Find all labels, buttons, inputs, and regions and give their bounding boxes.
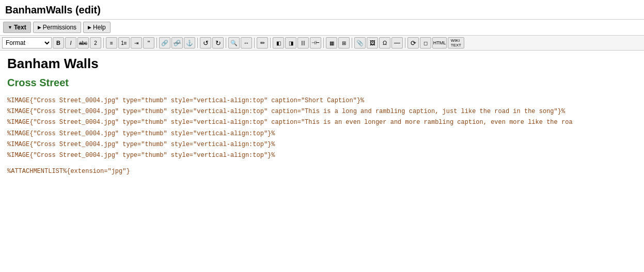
- tab-text-triangle: ▼: [8, 25, 12, 30]
- editor-subheading: Cross Street: [7, 77, 637, 89]
- col-left-button[interactable]: ◧: [273, 37, 284, 49]
- table2-button[interactable]: ⊞: [338, 37, 350, 49]
- refresh-button[interactable]: ⟳: [407, 37, 419, 49]
- sep-6: [270, 38, 271, 48]
- bold-button[interactable]: B: [53, 37, 64, 49]
- replace-button[interactable]: ↔: [241, 37, 252, 49]
- sep-8: [352, 38, 352, 48]
- format-select[interactable]: Format Heading 1 Heading 2 Heading 3 Par…: [2, 37, 52, 49]
- superscript-button[interactable]: 2: [90, 37, 101, 49]
- code-line-6: %IMAGE{"Cross Street_0004.jpg" type="thu…: [7, 151, 637, 161]
- image-button[interactable]: 🖼: [367, 37, 378, 49]
- tab-permissions-label: Permissions: [43, 24, 76, 31]
- attach-button[interactable]: 📎: [354, 37, 366, 49]
- indent-button[interactable]: ⇥: [131, 37, 142, 49]
- undo-button[interactable]: ↺: [200, 37, 211, 49]
- edit-button[interactable]: ✏: [257, 37, 268, 49]
- page-title: BanhamWalls (edit): [0, 0, 644, 20]
- redo-button[interactable]: ↻: [212, 37, 224, 49]
- sep-4: [226, 38, 226, 48]
- toolbar: Format Heading 1 Heading 2 Heading 3 Par…: [0, 36, 644, 51]
- col-end-button[interactable]: ⊣⊢: [310, 37, 321, 49]
- wikitext-button[interactable]: WIKITEXT: [448, 37, 464, 49]
- tab-help-triangle: ▶: [88, 25, 91, 30]
- preview-button[interactable]: ◻: [420, 37, 431, 49]
- ordered-list-button[interactable]: 1≡: [118, 37, 130, 49]
- link-button[interactable]: 🔗: [159, 37, 170, 49]
- html-button[interactable]: HTML: [432, 37, 447, 49]
- tab-text[interactable]: ▼ Text: [3, 22, 31, 33]
- unordered-list-button[interactable]: ≡: [106, 37, 117, 49]
- tab-permissions-triangle: ▶: [38, 25, 41, 30]
- code-line-3: %IMAGE{"Cross Street_0004.jpg" type="thu…: [7, 118, 637, 127]
- sep-5: [254, 38, 255, 48]
- sep-9: [405, 38, 405, 48]
- tab-text-label: Text: [14, 24, 26, 31]
- tab-permissions[interactable]: ▶ Permissions: [33, 22, 81, 33]
- col-right-button[interactable]: ◨: [285, 37, 296, 49]
- tab-help-label: Help: [93, 24, 106, 31]
- anchor-button[interactable]: ⚓: [184, 37, 195, 49]
- tabs-bar: ▼ Text ▶ Permissions ▶ Help: [0, 20, 644, 36]
- code-line-5: %IMAGE{"Cross Street_0004.jpg" type="thu…: [7, 140, 637, 150]
- editor-heading: Banham Walls: [7, 56, 637, 72]
- sep-3: [197, 38, 198, 48]
- italic-button[interactable]: I: [65, 37, 76, 49]
- strikethrough-button[interactable]: abc: [77, 37, 89, 49]
- tab-help[interactable]: ▶ Help: [83, 22, 111, 33]
- sep-7: [323, 38, 324, 48]
- code-line-4: %IMAGE{"Cross Street_0004.jpg" type="thu…: [7, 129, 637, 139]
- editor-area[interactable]: Banham Walls Cross Street %IMAGE{"Cross …: [0, 51, 644, 257]
- attachment-list: %ATTACHMENTLIST%{extension="jpg"}: [7, 168, 637, 175]
- code-line-2: %IMAGE{"Cross Street_0004.jpg" type="thu…: [7, 107, 637, 117]
- hr-button[interactable]: —: [391, 37, 403, 49]
- col-mid-button[interactable]: |||: [297, 37, 309, 49]
- sep-1: [103, 38, 104, 48]
- code-line-1: %IMAGE{"Cross Street_0004.jpg" type="thu…: [7, 96, 637, 106]
- blockquote-button[interactable]: ": [143, 37, 154, 49]
- unlink-button[interactable]: 🔗: [171, 37, 183, 49]
- sep-2: [156, 38, 157, 48]
- table-button[interactable]: ▦: [326, 37, 337, 49]
- find-button[interactable]: 🔍: [228, 37, 240, 49]
- special-chars-button[interactable]: Ω: [379, 37, 390, 49]
